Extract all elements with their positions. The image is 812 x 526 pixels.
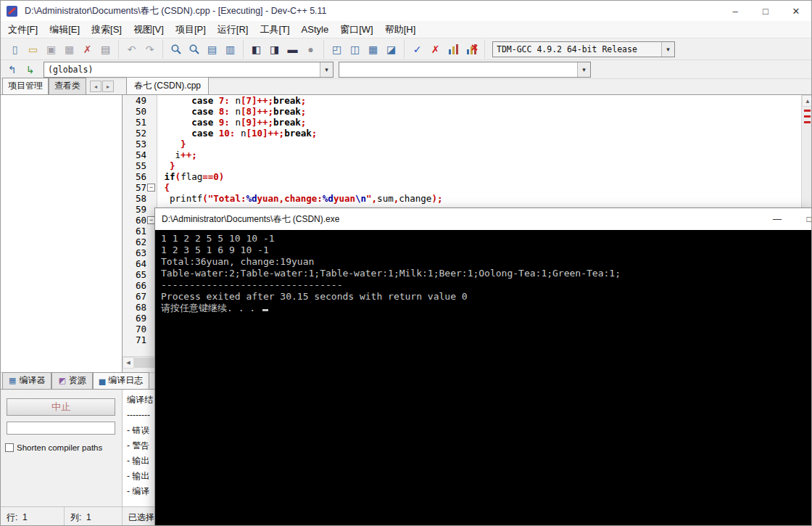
line-number[interactable]: 53 — [123, 139, 157, 149]
member-select[interactable]: ▾ — [339, 62, 591, 78]
package-manager-icon[interactable]: ◪ — [382, 41, 400, 58]
console-output[interactable]: 1 1 2 2 5 5 10 10 -11 2 3 5 1 6 9 10 -1T… — [155, 230, 812, 526]
compile-run-icon[interactable]: ▬ — [283, 41, 302, 58]
console-maximize-button[interactable]: □ — [793, 208, 812, 230]
tab-resources[interactable]: ◩资源 — [51, 372, 92, 389]
toolbar-groups: ▯▭▣▦✗▤↶↷▤▥◧◨▬●◰◫▦◪✓✗ — [2, 40, 485, 59]
new-source-icon[interactable]: ▯ — [6, 41, 24, 58]
line-number[interactable]: 66 — [123, 280, 157, 291]
line-number[interactable]: 65 — [123, 269, 157, 280]
line-number[interactable]: 63 — [123, 247, 157, 258]
replace-icon[interactable] — [185, 41, 203, 58]
console-title-bar[interactable]: D:\Administrator\Documents\春七 (CSDN).exe… — [155, 208, 812, 230]
line-number[interactable]: 61 — [123, 226, 157, 237]
project-manager-panel[interactable] — [1, 95, 123, 372]
editor-gutter[interactable]: 495051525354555657−585960−61626364656667… — [123, 95, 157, 356]
line-number[interactable]: 51 — [123, 117, 157, 128]
tab-compiler[interactable]: ▦编译器 — [2, 372, 51, 389]
compile-icon[interactable]: ◧ — [247, 41, 265, 58]
line-number[interactable]: 55 — [123, 160, 157, 171]
menu-item-8[interactable]: AStyle — [296, 22, 335, 37]
line-number[interactable]: 67 — [123, 291, 157, 302]
abort-compile-icon[interactable]: ✗ — [426, 41, 444, 58]
profile-icon[interactable] — [444, 41, 463, 58]
line-number[interactable]: 58 — [123, 193, 157, 204]
compiler-select[interactable]: TDM-GCC 4.9.2 64-bit Release ▾ — [492, 41, 675, 57]
undo-icon[interactable]: ↶ — [123, 41, 141, 58]
code-line-55[interactable]: } — [159, 160, 801, 171]
menu-item-10[interactable]: 帮助[H] — [379, 21, 422, 38]
code-line-58[interactable]: printf("Total:%dyuan,change:%dyuan\n",su… — [159, 193, 801, 204]
scroll-left-icon[interactable]: ◀ — [123, 357, 134, 369]
menu-item-7[interactable]: 工具[T] — [254, 21, 295, 38]
code-line-50[interactable]: case 8: n[8]++;break; — [159, 106, 801, 117]
tab-compile-log[interactable]: ▅编译日志 — [93, 372, 149, 389]
shorten-paths-checkbox[interactable] — [5, 443, 14, 452]
console-minimize-button[interactable]: — — [761, 208, 793, 230]
close-file-icon[interactable]: ✗ — [78, 41, 96, 58]
line-number[interactable]: 64 — [123, 258, 157, 269]
chevron-down-icon[interactable]: ▾ — [320, 62, 333, 77]
line-number[interactable]: 68 — [123, 302, 157, 313]
open-file-icon[interactable]: ▭ — [24, 41, 42, 58]
globals-select[interactable]: (globals) ▾ — [44, 62, 334, 78]
editor-tabbar: 春七 (CSDN).cpp — [123, 79, 812, 95]
line-number[interactable]: 52 — [123, 128, 157, 139]
tab-scroll-right-icon[interactable]: ▸ — [102, 81, 114, 92]
line-number[interactable]: 56 — [123, 171, 157, 182]
incremental-search-icon[interactable]: ▥ — [221, 41, 239, 58]
code-line-53[interactable]: } — [159, 139, 801, 149]
syntax-check-icon[interactable]: ✓ — [408, 41, 426, 58]
code-line-57[interactable]: { — [159, 182, 801, 193]
maximize-button[interactable]: □ — [750, 1, 781, 21]
save-all-icon[interactable]: ▦ — [60, 41, 78, 58]
goto-declaration-icon[interactable]: ↰ — [3, 61, 21, 78]
menu-item-5[interactable]: 项目[P] — [170, 21, 212, 38]
code-line-51[interactable]: case 9: n[9]++;break; — [159, 117, 801, 128]
line-number[interactable]: 59 — [123, 204, 157, 215]
new-project-icon[interactable]: ◰ — [328, 41, 346, 58]
close-button[interactable]: ✕ — [781, 1, 811, 21]
goto-line-icon[interactable]: ▤ — [203, 41, 221, 58]
shorten-paths-row[interactable]: Shorten compiler paths — [5, 443, 102, 452]
editor-tab-file[interactable]: 春七 (CSDN).cpp — [126, 77, 209, 94]
menu-item-6[interactable]: 运行[R] — [212, 21, 254, 38]
find-icon[interactable] — [167, 41, 185, 58]
line-number[interactable]: 69 — [123, 313, 157, 324]
console-window[interactable]: D:\Administrator\Documents\春七 (CSDN).exe… — [154, 207, 812, 526]
line-number[interactable]: 70 — [123, 324, 157, 334]
debug-icon[interactable]: ● — [302, 41, 320, 58]
code-line-56[interactable]: if(flag==0) — [159, 171, 801, 182]
menu-item-2[interactable]: 编辑[E] — [44, 21, 86, 38]
tab-class-browser[interactable]: 查看类 — [49, 78, 86, 94]
tab-scroll-left-icon[interactable]: ◂ — [90, 81, 102, 92]
code-line-52[interactable]: case 10: n[10]++;break; — [159, 128, 801, 139]
line-number[interactable]: 49 — [123, 95, 157, 106]
goto-definition-icon[interactable]: ↳ — [21, 61, 39, 78]
line-number[interactable]: 50 — [123, 106, 157, 117]
chevron-down-icon[interactable]: ▾ — [577, 62, 590, 77]
print-icon[interactable]: ▤ — [96, 41, 115, 58]
minimize-button[interactable]: – — [720, 1, 750, 21]
menu-item-1[interactable]: 文件[F] — [2, 21, 44, 38]
save-icon[interactable]: ▣ — [42, 41, 60, 58]
code-line-49[interactable]: case 7: n[7]++;break; — [159, 95, 801, 106]
code-line-54[interactable]: i++; — [159, 149, 801, 160]
menu-item-9[interactable]: 窗口[W] — [334, 21, 379, 38]
abort-button[interactable]: 中止 — [7, 398, 115, 416]
project-options-icon[interactable]: ▦ — [364, 41, 382, 58]
tab-project-manager[interactable]: 项目管理 — [2, 78, 49, 94]
line-number[interactable]: 71 — [123, 334, 157, 345]
run-icon[interactable]: ◨ — [265, 41, 283, 58]
scroll-up-icon[interactable]: ▲ — [802, 95, 812, 107]
delete-profile-icon[interactable] — [463, 41, 481, 58]
menu-item-3[interactable]: 搜索[S] — [86, 21, 128, 38]
chevron-down-icon[interactable]: ▾ — [661, 42, 674, 57]
open-project-icon[interactable]: ◫ — [346, 41, 364, 58]
menu-item-4[interactable]: 视图[V] — [128, 21, 170, 38]
app-icon[interactable] — [7, 6, 20, 17]
redo-icon[interactable]: ↷ — [141, 41, 159, 58]
line-number[interactable]: 62 — [123, 237, 157, 247]
line-number[interactable]: 54 — [123, 149, 157, 160]
fold-marker[interactable]: − — [147, 184, 155, 192]
